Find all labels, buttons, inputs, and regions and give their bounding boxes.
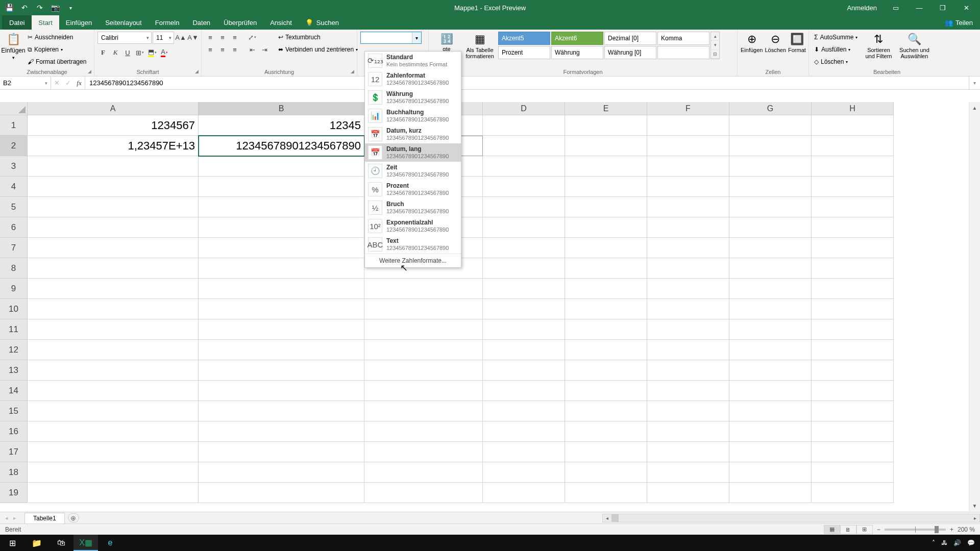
- cell-F11[interactable]: [647, 319, 729, 340]
- format-option-zeit[interactable]: 🕘Zeit12345678901234567890: [365, 162, 461, 180]
- row-header-18[interactable]: 18: [0, 462, 28, 483]
- cell-H17[interactable]: [812, 442, 894, 462]
- cell-D6[interactable]: [483, 217, 565, 238]
- cell-A7[interactable]: [28, 238, 199, 258]
- cell-D13[interactable]: [483, 360, 565, 381]
- cell-H7[interactable]: [812, 238, 894, 258]
- row-header-19[interactable]: 19: [0, 483, 28, 503]
- enter-formula-icon[interactable]: ✓: [62, 78, 74, 89]
- cell-A19[interactable]: [28, 483, 199, 503]
- align-top-icon[interactable]: ≡: [205, 32, 216, 43]
- orientation-icon[interactable]: ⤢: [247, 32, 258, 43]
- close-button[interactable]: ✕: [954, 0, 978, 15]
- sheet-nav[interactable]: ◂▸: [0, 514, 21, 522]
- fill-button[interactable]: ⬇Ausfüllen▾: [812, 44, 860, 55]
- cell-E13[interactable]: [565, 360, 647, 381]
- column-header-F[interactable]: F: [647, 102, 729, 115]
- increase-font-icon[interactable]: A▲: [175, 32, 186, 43]
- column-header-B[interactable]: B: [199, 102, 364, 115]
- cell-A15[interactable]: [28, 401, 199, 421]
- taskbar-store-icon[interactable]: 🛍: [49, 535, 74, 551]
- formula-input[interactable]: 12345678901234567890: [85, 77, 969, 89]
- autosum-button[interactable]: ΣAutoSumme▾: [812, 32, 860, 43]
- cell-B17[interactable]: [199, 442, 364, 462]
- cell-F10[interactable]: [647, 299, 729, 319]
- cell-D2[interactable]: [483, 136, 565, 156]
- column-header-E[interactable]: E: [565, 102, 647, 115]
- cell-D4[interactable]: [483, 177, 565, 197]
- cell-C9[interactable]: [364, 279, 483, 299]
- decrease-font-icon[interactable]: A▼: [187, 32, 199, 43]
- cell-G3[interactable]: [729, 156, 812, 177]
- cell-E6[interactable]: [565, 217, 647, 238]
- cell-G18[interactable]: [729, 462, 812, 483]
- cell-B12[interactable]: [199, 340, 364, 360]
- row-header-10[interactable]: 10: [0, 299, 28, 319]
- italic-button[interactable]: K: [110, 47, 121, 58]
- cell-B10[interactable]: [199, 299, 364, 319]
- number-format-combo[interactable]: ▾: [360, 32, 422, 44]
- cancel-formula-icon[interactable]: ✕: [51, 78, 62, 89]
- cell-H9[interactable]: [812, 279, 894, 299]
- row-header-5[interactable]: 5: [0, 197, 28, 217]
- tab-file[interactable]: Datei: [2, 15, 32, 30]
- cell-E15[interactable]: [565, 401, 647, 421]
- scroll-down-icon[interactable]: ▼: [969, 500, 980, 511]
- cell-C19[interactable]: [364, 483, 483, 503]
- cell-D7[interactable]: [483, 238, 565, 258]
- cell-G15[interactable]: [729, 401, 812, 421]
- cell-D17[interactable]: [483, 442, 565, 462]
- cell-D8[interactable]: [483, 258, 565, 279]
- cell-C11[interactable]: [364, 319, 483, 340]
- cell-B4[interactable]: [199, 177, 364, 197]
- alignment-dialog-launcher[interactable]: ◢: [349, 68, 355, 74]
- tab-insert[interactable]: Einfügen: [59, 15, 99, 30]
- format-option-buchhaltung[interactable]: 📊Buchhaltung12345678901234567890: [365, 107, 461, 125]
- merge-center-button[interactable]: ⬌Verbinden und zentrieren▾: [276, 44, 360, 55]
- format-option-w-hrung[interactable]: 💲Währung12345678901234567890: [365, 88, 461, 107]
- cell-C18[interactable]: [364, 462, 483, 483]
- cell-E18[interactable]: [565, 462, 647, 483]
- cell-F8[interactable]: [647, 258, 729, 279]
- cell-C12[interactable]: [364, 340, 483, 360]
- format-cells-button[interactable]: 🔲Format: [788, 32, 806, 53]
- row-header-13[interactable]: 13: [0, 360, 28, 381]
- row-header-4[interactable]: 4: [0, 177, 28, 197]
- cell-B3[interactable]: [199, 156, 364, 177]
- cell-H11[interactable]: [812, 319, 894, 340]
- cell-D9[interactable]: [483, 279, 565, 299]
- cell-B14[interactable]: [199, 381, 364, 401]
- cell-A16[interactable]: [28, 421, 199, 442]
- column-header-G[interactable]: G: [729, 102, 812, 115]
- cell-F7[interactable]: [647, 238, 729, 258]
- cell-G8[interactable]: [729, 258, 812, 279]
- cell-F14[interactable]: [647, 381, 729, 401]
- find-select-button[interactable]: 🔍Suchen und Auswählen: [897, 32, 931, 59]
- cell-E14[interactable]: [565, 381, 647, 401]
- style-waehrung0[interactable]: Währung [0]: [604, 46, 656, 59]
- tray-volume-icon[interactable]: 🔊: [953, 539, 961, 546]
- row-header-9[interactable]: 9: [0, 279, 28, 299]
- cell-E9[interactable]: [565, 279, 647, 299]
- cell-A10[interactable]: [28, 299, 199, 319]
- cell-H10[interactable]: [812, 299, 894, 319]
- cell-H12[interactable]: [812, 340, 894, 360]
- cell-B2[interactable]: 12345678901234567890: [199, 136, 364, 156]
- cell-A8[interactable]: [28, 258, 199, 279]
- tray-notifications-icon[interactable]: 💬: [967, 539, 975, 546]
- cell-G11[interactable]: [729, 319, 812, 340]
- cell-B16[interactable]: [199, 421, 364, 442]
- cell-F18[interactable]: [647, 462, 729, 483]
- cell-B1[interactable]: 12345: [199, 115, 364, 136]
- start-button[interactable]: ⊞: [0, 535, 24, 551]
- format-option-datum-lang[interactable]: 📅Datum, lang12345678901234567890: [365, 143, 461, 162]
- cell-G12[interactable]: [729, 340, 812, 360]
- cell-A14[interactable]: [28, 381, 199, 401]
- cell-G1[interactable]: [729, 115, 812, 136]
- align-center-icon[interactable]: ≡: [217, 44, 228, 55]
- cut-button[interactable]: ✂Ausschneiden: [26, 32, 88, 43]
- cell-F17[interactable]: [647, 442, 729, 462]
- cell-A3[interactable]: [28, 156, 199, 177]
- system-tray[interactable]: ˄ 🖧 🔊 💬: [932, 539, 980, 546]
- styles-gallery-more[interactable]: ▴▾⊟: [710, 32, 720, 59]
